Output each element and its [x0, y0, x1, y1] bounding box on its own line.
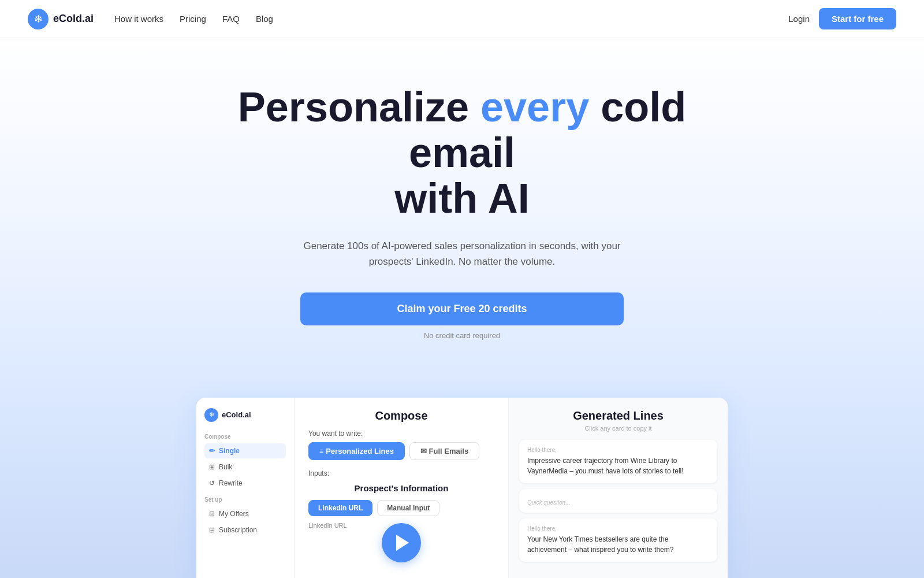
generated-card-3[interactable]: Hello there, Your New York Times bestsel… [519, 518, 717, 562]
card-2-tag: Quick question... [527, 499, 709, 506]
nav-left: ❄ eCold.ai How it works Pricing FAQ Blog [28, 9, 273, 29]
app-sidebar: ❄ eCold.ai Compose ✏ Single ⊞ Bulk ↺ Rew… [196, 398, 295, 578]
you-want-label: You want to write: [295, 429, 508, 442]
nav-link-blog[interactable]: Blog [256, 14, 273, 24]
prospect-tab-row: LinkedIn URL Manual Input [308, 500, 494, 516]
tab-manual-input[interactable]: Manual Input [377, 500, 439, 516]
inputs-label: Inputs: [295, 467, 508, 483]
compose-tab-row: ≡ Personalized Lines ✉ Full Emails [295, 442, 508, 467]
headline-part1: Personalize [238, 84, 480, 130]
play-button[interactable] [382, 523, 421, 562]
login-button[interactable]: Login [788, 14, 810, 24]
app-preview-section: ❄ eCold.ai Compose ✏ Single ⊞ Bulk ↺ Rew… [0, 375, 924, 578]
headline-highlight: every [480, 84, 589, 130]
sidebar-item-my-offers[interactable]: ⊟ My Offers [204, 506, 286, 521]
tab-linkedin-url[interactable]: LinkedIn URL [308, 500, 372, 516]
sidebar-item-bulk[interactable]: ⊞ Bulk [204, 460, 286, 475]
headline-line2: with AI [394, 175, 529, 221]
play-triangle-icon [396, 535, 409, 551]
nav-right: Login Start for free [788, 8, 896, 29]
tab-full-emails[interactable]: ✉ Full Emails [409, 442, 479, 460]
card-3-text: Your New York Times bestsellers are quit… [527, 534, 709, 555]
logo-link[interactable]: ❄ eCold.ai [28, 9, 94, 29]
sidebar-logo-icon: ❄ [204, 408, 218, 422]
generated-card-2[interactable]: Quick question... [519, 489, 717, 513]
hero-section: Personalize every cold email with AI Gen… [0, 38, 924, 375]
app-window: ❄ eCold.ai Compose ✏ Single ⊞ Bulk ↺ Rew… [196, 398, 728, 578]
tab-personalized-lines[interactable]: ≡ Personalized Lines [308, 442, 405, 460]
sidebar-item-rewrite[interactable]: ↺ Rewrite [204, 476, 286, 491]
generated-card-1[interactable]: Hello there, Impressive career trajector… [519, 440, 717, 483]
sidebar-logo-text: eCold.ai [222, 410, 251, 419]
compose-title: Compose [295, 398, 508, 429]
bulk-icon: ⊞ [209, 463, 215, 471]
pencil-icon: ✏ [209, 447, 215, 455]
sidebar-compose-label: Compose [204, 433, 286, 440]
hero-headline: Personalize every cold email with AI [202, 84, 722, 222]
generated-subtitle: Click any card to copy it [519, 425, 717, 432]
cta-wrap: Claim your Free 20 credits No credit car… [28, 292, 896, 340]
cta-button[interactable]: Claim your Free 20 credits [300, 292, 624, 325]
nav-link-faq[interactable]: FAQ [222, 14, 240, 24]
generated-panel: Generated Lines Click any card to copy i… [508, 398, 728, 578]
card-1-hello: Hello there, [527, 447, 709, 453]
no-credit-card-label: No credit card required [424, 331, 500, 340]
nav-link-how-it-works[interactable]: How it works [114, 14, 163, 24]
navbar: ❄ eCold.ai How it works Pricing FAQ Blog… [0, 0, 924, 38]
sidebar-item-subscription[interactable]: ⊟ Subscription [204, 523, 286, 538]
nav-links: How it works Pricing FAQ Blog [114, 14, 273, 24]
offers-icon: ⊟ [209, 510, 215, 518]
subscription-icon: ⊟ [209, 526, 215, 534]
sidebar-setup-label: Set up [204, 497, 286, 503]
logo-text: eCold.ai [53, 13, 94, 25]
compose-main: Compose You want to write: ≡ Personalize… [295, 398, 508, 578]
play-button-wrap [295, 523, 508, 562]
generated-title: Generated Lines [519, 409, 717, 423]
card-1-text: Impressive career trajectory from Wine L… [527, 455, 709, 476]
sidebar-item-single[interactable]: ✏ Single [204, 443, 286, 458]
prospect-title: Prospect's Information [308, 483, 494, 493]
logo-icon: ❄ [28, 9, 49, 29]
rewrite-icon: ↺ [209, 479, 215, 487]
nav-link-pricing[interactable]: Pricing [180, 14, 206, 24]
card-3-hello: Hello there, [527, 525, 709, 532]
sidebar-logo: ❄ eCold.ai [204, 408, 286, 422]
start-for-free-button[interactable]: Start for free [819, 8, 896, 29]
hero-subtext: Generate 100s of AI-powered sales person… [300, 238, 624, 269]
